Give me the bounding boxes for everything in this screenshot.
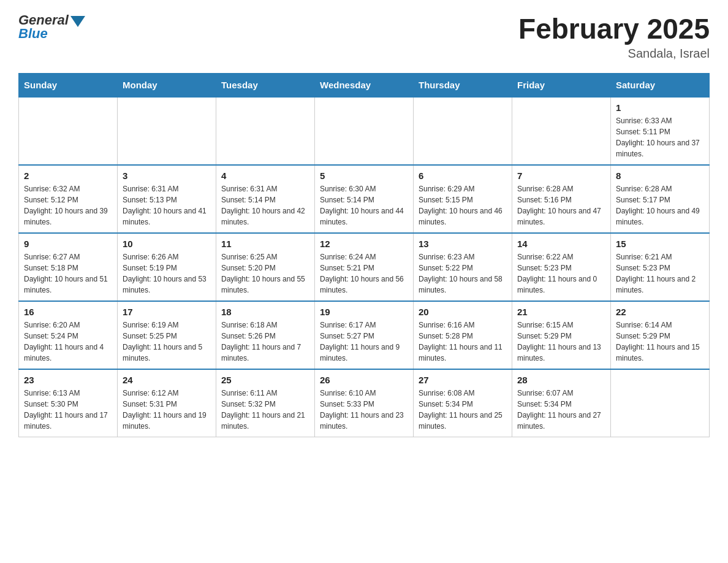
- day-number: 1: [616, 102, 704, 113]
- day-cell: 23Sunrise: 6:13 AMSunset: 5:30 PMDayligh…: [19, 369, 118, 437]
- logo: General Blue: [18, 12, 85, 42]
- day-number: 21: [517, 307, 605, 317]
- day-number: 26: [320, 375, 408, 385]
- day-cell: [118, 97, 216, 165]
- day-number: 13: [419, 239, 507, 249]
- day-cell: 5Sunrise: 6:30 AMSunset: 5:14 PMDaylight…: [315, 165, 414, 233]
- day-number: 19: [320, 307, 408, 317]
- day-number: 27: [419, 375, 507, 385]
- day-number: 14: [517, 239, 605, 249]
- day-info: Sunrise: 6:16 AMSunset: 5:28 PMDaylight:…: [419, 320, 507, 364]
- day-cell: [414, 97, 512, 165]
- day-info: Sunrise: 6:21 AMSunset: 5:23 PMDaylight:…: [616, 251, 704, 296]
- day-cell: 3Sunrise: 6:31 AMSunset: 5:13 PMDaylight…: [118, 165, 216, 233]
- day-info: Sunrise: 6:07 AMSunset: 5:34 PMDaylight:…: [517, 388, 605, 432]
- calendar-table: SundayMondayTuesdayWednesdayThursdayFrid…: [18, 73, 710, 437]
- calendar-header-row: SundayMondayTuesdayWednesdayThursdayFrid…: [19, 74, 710, 98]
- day-cell: 12Sunrise: 6:24 AMSunset: 5:21 PMDayligh…: [315, 233, 414, 301]
- day-info: Sunrise: 6:29 AMSunset: 5:15 PMDaylight:…: [419, 183, 507, 228]
- page-header: General Blue February 2025 Sandala, Isra…: [18, 12, 710, 61]
- week-row-3: 9Sunrise: 6:27 AMSunset: 5:18 PMDaylight…: [19, 233, 710, 301]
- day-cell: [315, 97, 414, 165]
- day-info: Sunrise: 6:08 AMSunset: 5:34 PMDaylight:…: [419, 388, 507, 432]
- day-cell: 9Sunrise: 6:27 AMSunset: 5:18 PMDaylight…: [19, 233, 118, 301]
- day-number: 15: [616, 239, 704, 249]
- day-info: Sunrise: 6:10 AMSunset: 5:33 PMDaylight:…: [320, 388, 408, 432]
- day-cell: 26Sunrise: 6:10 AMSunset: 5:33 PMDayligh…: [315, 369, 414, 437]
- day-cell: 8Sunrise: 6:28 AMSunset: 5:17 PMDaylight…: [611, 165, 710, 233]
- day-number: 12: [320, 239, 408, 249]
- day-number: 10: [123, 239, 211, 249]
- day-info: Sunrise: 6:23 AMSunset: 5:22 PMDaylight:…: [419, 251, 507, 296]
- week-row-4: 16Sunrise: 6:20 AMSunset: 5:24 PMDayligh…: [19, 301, 710, 369]
- month-year-title: February 2025: [518, 12, 710, 45]
- header-sunday: Sunday: [19, 74, 118, 98]
- day-number: 7: [517, 170, 605, 181]
- day-number: 28: [517, 375, 605, 385]
- day-cell: 17Sunrise: 6:19 AMSunset: 5:25 PMDayligh…: [118, 301, 216, 369]
- day-cell: [19, 97, 118, 165]
- day-cell: 7Sunrise: 6:28 AMSunset: 5:16 PMDaylight…: [512, 165, 611, 233]
- day-number: 3: [123, 170, 211, 181]
- day-cell: 28Sunrise: 6:07 AMSunset: 5:34 PMDayligh…: [512, 369, 611, 437]
- day-info: Sunrise: 6:28 AMSunset: 5:17 PMDaylight:…: [616, 183, 704, 228]
- day-number: 23: [24, 375, 112, 385]
- day-number: 2: [24, 170, 112, 181]
- day-info: Sunrise: 6:27 AMSunset: 5:18 PMDaylight:…: [24, 251, 112, 296]
- day-number: 24: [123, 375, 211, 385]
- day-cell: 20Sunrise: 6:16 AMSunset: 5:28 PMDayligh…: [414, 301, 512, 369]
- logo-arrow-icon: [70, 16, 85, 27]
- day-info: Sunrise: 6:20 AMSunset: 5:24 PMDaylight:…: [24, 320, 112, 364]
- day-info: Sunrise: 6:25 AMSunset: 5:20 PMDaylight:…: [221, 251, 309, 296]
- day-info: Sunrise: 6:28 AMSunset: 5:16 PMDaylight:…: [517, 183, 605, 228]
- title-section: February 2025 Sandala, Israel: [518, 12, 710, 61]
- day-info: Sunrise: 6:31 AMSunset: 5:14 PMDaylight:…: [221, 183, 309, 228]
- day-info: Sunrise: 6:24 AMSunset: 5:21 PMDaylight:…: [320, 251, 408, 296]
- header-wednesday: Wednesday: [315, 74, 414, 98]
- day-cell: 25Sunrise: 6:11 AMSunset: 5:32 PMDayligh…: [216, 369, 315, 437]
- day-number: 18: [221, 307, 309, 317]
- day-cell: 15Sunrise: 6:21 AMSunset: 5:23 PMDayligh…: [611, 233, 710, 301]
- day-cell: 27Sunrise: 6:08 AMSunset: 5:34 PMDayligh…: [414, 369, 512, 437]
- day-info: Sunrise: 6:30 AMSunset: 5:14 PMDaylight:…: [320, 183, 408, 228]
- day-info: Sunrise: 6:11 AMSunset: 5:32 PMDaylight:…: [221, 388, 309, 432]
- day-number: 11: [221, 239, 309, 249]
- day-cell: 18Sunrise: 6:18 AMSunset: 5:26 PMDayligh…: [216, 301, 315, 369]
- week-row-5: 23Sunrise: 6:13 AMSunset: 5:30 PMDayligh…: [19, 369, 710, 437]
- day-info: Sunrise: 6:14 AMSunset: 5:29 PMDaylight:…: [616, 320, 704, 364]
- day-info: Sunrise: 6:12 AMSunset: 5:31 PMDaylight:…: [123, 388, 211, 432]
- header-friday: Friday: [512, 74, 611, 98]
- logo-blue-text: Blue: [18, 26, 48, 42]
- day-number: 9: [24, 239, 112, 249]
- day-cell: 21Sunrise: 6:15 AMSunset: 5:29 PMDayligh…: [512, 301, 611, 369]
- day-number: 16: [24, 307, 112, 317]
- header-monday: Monday: [118, 74, 216, 98]
- header-saturday: Saturday: [611, 74, 710, 98]
- day-number: 22: [616, 307, 704, 317]
- day-cell: 19Sunrise: 6:17 AMSunset: 5:27 PMDayligh…: [315, 301, 414, 369]
- day-info: Sunrise: 6:15 AMSunset: 5:29 PMDaylight:…: [517, 320, 605, 364]
- day-info: Sunrise: 6:22 AMSunset: 5:23 PMDaylight:…: [517, 251, 605, 296]
- week-row-2: 2Sunrise: 6:32 AMSunset: 5:12 PMDaylight…: [19, 165, 710, 233]
- day-info: Sunrise: 6:13 AMSunset: 5:30 PMDaylight:…: [24, 388, 112, 432]
- day-cell: 22Sunrise: 6:14 AMSunset: 5:29 PMDayligh…: [611, 301, 710, 369]
- header-tuesday: Tuesday: [216, 74, 315, 98]
- day-number: 6: [419, 170, 507, 181]
- day-number: 20: [419, 307, 507, 317]
- day-info: Sunrise: 6:19 AMSunset: 5:25 PMDaylight:…: [123, 320, 211, 364]
- day-cell: 14Sunrise: 6:22 AMSunset: 5:23 PMDayligh…: [512, 233, 611, 301]
- day-cell: [512, 97, 611, 165]
- day-cell: 10Sunrise: 6:26 AMSunset: 5:19 PMDayligh…: [118, 233, 216, 301]
- day-info: Sunrise: 6:26 AMSunset: 5:19 PMDaylight:…: [123, 251, 211, 296]
- day-cell: 1Sunrise: 6:33 AMSunset: 5:11 PMDaylight…: [611, 97, 710, 165]
- day-number: 17: [123, 307, 211, 317]
- day-cell: [216, 97, 315, 165]
- header-thursday: Thursday: [414, 74, 512, 98]
- day-info: Sunrise: 6:17 AMSunset: 5:27 PMDaylight:…: [320, 320, 408, 364]
- location-text: Sandala, Israel: [518, 47, 710, 61]
- day-info: Sunrise: 6:18 AMSunset: 5:26 PMDaylight:…: [221, 320, 309, 364]
- day-number: 5: [320, 170, 408, 181]
- day-cell: 11Sunrise: 6:25 AMSunset: 5:20 PMDayligh…: [216, 233, 315, 301]
- day-number: 4: [221, 170, 309, 181]
- day-info: Sunrise: 6:33 AMSunset: 5:11 PMDaylight:…: [616, 115, 704, 159]
